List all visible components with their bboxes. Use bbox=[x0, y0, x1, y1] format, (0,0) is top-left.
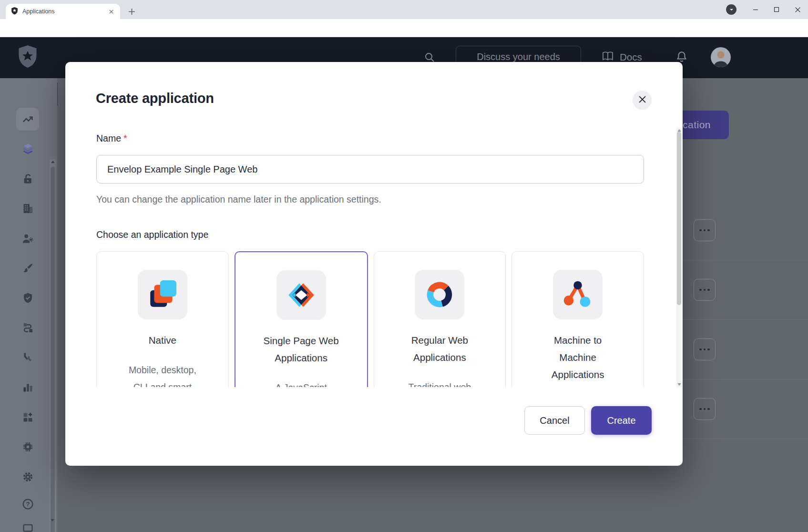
authentication-icon bbox=[21, 173, 34, 185]
row-divider bbox=[683, 379, 808, 379]
browser-toolbar: manage.auth0.com/dashboard/eu/dream-watc… bbox=[0, 19, 808, 37]
name-label-row: Name* bbox=[96, 133, 127, 144]
dots-icon bbox=[699, 348, 702, 351]
sidebar-item-user-management[interactable] bbox=[16, 227, 39, 250]
search-icon[interactable] bbox=[424, 51, 435, 63]
sidebar-scroll-up-icon[interactable] bbox=[51, 161, 55, 163]
sidebar-item-applications[interactable] bbox=[16, 137, 39, 160]
application-type-card-native[interactable]: NativeMobile, desktop,CLI and smart bbox=[96, 251, 229, 387]
name-label: Name bbox=[96, 133, 121, 143]
application-type-cards: NativeMobile, desktop,CLI and smartSingl… bbox=[96, 251, 644, 387]
sidebar-item-marketplace[interactable] bbox=[16, 406, 39, 429]
tab-close-icon[interactable] bbox=[107, 7, 115, 16]
dots-icon bbox=[707, 229, 710, 232]
sidebar: ? bbox=[0, 78, 57, 532]
close-icon bbox=[638, 95, 646, 105]
dots-icon bbox=[699, 289, 702, 291]
modal-title: Create application bbox=[96, 91, 214, 106]
settings-icon bbox=[21, 471, 34, 483]
spa-logo-icon bbox=[276, 270, 326, 320]
auth0-favicon-icon bbox=[10, 7, 19, 17]
more-icon bbox=[21, 522, 34, 532]
applications-icon bbox=[21, 143, 34, 155]
actions-icon bbox=[21, 321, 34, 334]
sidebar-item-branding[interactable] bbox=[16, 256, 39, 279]
card-title: Single Page WebApplications bbox=[264, 332, 339, 367]
marketplace-icon bbox=[21, 411, 34, 424]
application-name-input[interactable] bbox=[96, 155, 644, 184]
card-description: A JavaScript bbox=[275, 379, 327, 387]
create-button[interactable]: Create bbox=[591, 406, 652, 435]
row-divider bbox=[683, 260, 808, 260]
maximize-button[interactable] bbox=[766, 0, 787, 19]
browser-tab[interactable]: Applications bbox=[6, 4, 120, 19]
card-description: Traditional web bbox=[409, 379, 471, 387]
sidebar-item-authentication[interactable] bbox=[16, 167, 39, 190]
row-menu-button[interactable] bbox=[694, 279, 716, 301]
auth0-logo-icon[interactable] bbox=[17, 45, 38, 70]
discuss-needs-label: Discuss your needs bbox=[477, 51, 560, 62]
sidebar-item-help[interactable]: ? bbox=[16, 492, 39, 515]
dots-icon bbox=[704, 348, 706, 351]
card-title: Native bbox=[149, 332, 176, 349]
card-title: Machine toMachineApplications bbox=[552, 332, 604, 383]
sidebar-item-more[interactable] bbox=[16, 516, 39, 532]
screen: Applications manage.auth0.com/dashboard/… bbox=[0, 0, 808, 532]
sidebar-item-auth-pipeline[interactable] bbox=[16, 346, 39, 369]
dots-icon bbox=[707, 408, 710, 410]
modal-close-button[interactable] bbox=[633, 91, 652, 110]
svg-text:?: ? bbox=[26, 501, 30, 508]
sidebar-item-monitoring[interactable] bbox=[16, 376, 39, 399]
create-application-button-label-partial: cation bbox=[683, 119, 711, 131]
application-type-label: Choose an application type bbox=[96, 229, 208, 240]
row-divider bbox=[683, 439, 808, 439]
security-icon bbox=[21, 292, 34, 305]
tab-title: Applications bbox=[22, 8, 107, 15]
dots-icon bbox=[707, 348, 710, 351]
profile-caret-icon[interactable] bbox=[726, 4, 736, 15]
row-menu-button[interactable] bbox=[694, 398, 716, 420]
dots-icon bbox=[699, 229, 702, 232]
new-tab-button[interactable] bbox=[126, 6, 137, 17]
row-menu-button[interactable] bbox=[694, 338, 716, 360]
modal-scrollbar[interactable] bbox=[676, 128, 682, 387]
header-divider bbox=[57, 83, 58, 106]
dots-icon bbox=[704, 408, 706, 410]
row-divider bbox=[683, 319, 808, 320]
organizations-icon bbox=[21, 202, 34, 215]
sidebar-item-organizations[interactable] bbox=[16, 197, 39, 220]
cancel-button[interactable]: Cancel bbox=[524, 406, 585, 435]
card-title: Regular WebApplications bbox=[411, 332, 468, 366]
sidebar-item-actions[interactable] bbox=[16, 316, 39, 339]
modal-scrollbar-thumb[interactable] bbox=[677, 132, 681, 305]
bell-icon[interactable] bbox=[675, 51, 688, 63]
browser-titlebar: Applications bbox=[0, 0, 808, 19]
sidebar-item-settings[interactable] bbox=[16, 465, 39, 488]
dots-icon bbox=[704, 289, 706, 291]
sidebar-item-getting-started[interactable] bbox=[16, 108, 39, 131]
window-controls bbox=[745, 0, 808, 19]
minimize-button[interactable] bbox=[745, 0, 766, 19]
row-menu-button[interactable] bbox=[694, 219, 716, 241]
auth-pipeline-icon bbox=[21, 351, 34, 364]
create-application-modal: Create application Name* You can change … bbox=[65, 62, 683, 466]
help-icon: ? bbox=[21, 498, 34, 511]
sidebar-item-security[interactable] bbox=[16, 286, 39, 309]
sidebar-scroll-down-icon[interactable] bbox=[51, 519, 54, 522]
docs-label: Docs bbox=[620, 51, 642, 63]
modal-scroll-down-icon[interactable] bbox=[677, 383, 681, 386]
m2m-logo-icon bbox=[553, 270, 603, 319]
application-type-card-spa[interactable]: Single Page WebApplicationsA JavaScript bbox=[235, 251, 368, 387]
name-helper-text: You can change the application name late… bbox=[96, 194, 381, 205]
close-button[interactable] bbox=[787, 0, 808, 19]
regular-web-logo-icon bbox=[415, 270, 464, 319]
application-type-card-regular-web[interactable]: Regular WebApplicationsTraditional web bbox=[374, 251, 506, 387]
avatar[interactable] bbox=[711, 47, 731, 67]
dots-icon bbox=[699, 408, 702, 410]
sidebar-scrollbar-thumb[interactable] bbox=[51, 167, 55, 532]
sidebar-item-extensions[interactable] bbox=[16, 435, 39, 458]
card-description: Mobile, desktop,CLI and smart bbox=[129, 361, 196, 387]
application-type-card-m2m[interactable]: Machine toMachineApplications bbox=[511, 251, 644, 387]
create-application-button-partial[interactable]: cation bbox=[683, 111, 729, 139]
dots-icon bbox=[707, 289, 710, 291]
